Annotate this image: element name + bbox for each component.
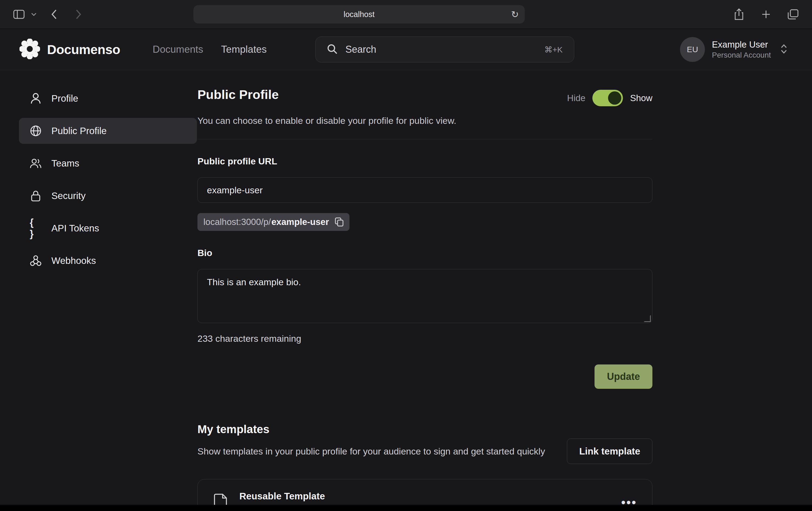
user-account-type: Personal Account xyxy=(712,51,771,59)
new-tab-icon[interactable] xyxy=(758,6,774,23)
nav-templates[interactable]: Templates xyxy=(221,44,267,55)
bio-field-label: Bio xyxy=(198,248,652,258)
browser-toolbar: localhost ↻ xyxy=(0,0,812,29)
bio-textarea[interactable]: This is an example bio. xyxy=(198,269,652,323)
sidebar-item-profile[interactable]: Profile xyxy=(19,85,197,111)
sidebar-item-label: Profile xyxy=(51,93,78,104)
url-preview-slug: example-user xyxy=(271,217,329,227)
sidebar-item-public-profile[interactable]: Public Profile xyxy=(19,118,197,144)
sidebar-item-label: Teams xyxy=(51,158,79,169)
toggle-show-label: Show xyxy=(630,93,652,103)
search-input[interactable]: Search ⌘+K xyxy=(315,36,574,62)
user-menu[interactable]: EU Example User Personal Account xyxy=(680,37,788,62)
sidebar-item-webhooks[interactable]: Webhooks xyxy=(19,248,197,274)
settings-sidebar: Profile Public Profile Teams xyxy=(0,70,198,505)
back-button-icon[interactable] xyxy=(46,6,62,23)
search-icon xyxy=(327,44,337,55)
sidebar-item-security[interactable]: Security xyxy=(19,183,197,209)
main-nav: Documents Templates xyxy=(152,44,267,55)
brand-name: Documenso xyxy=(47,42,120,57)
templates-description: Show templates in your public profile fo… xyxy=(198,445,549,458)
page-description: You can choose to enable or disable your… xyxy=(198,116,652,126)
sidebar-toggle-icon[interactable] xyxy=(11,6,27,23)
main-content: Public Profile Hide Show You can choose … xyxy=(198,70,652,505)
sidebar-item-label: Public Profile xyxy=(51,125,107,136)
search-placeholder: Search xyxy=(345,44,376,55)
public-profile-url-input[interactable] xyxy=(198,177,652,203)
documenso-logo-icon xyxy=(20,39,40,60)
app-header: Documenso Documents Templates Search ⌘+K… xyxy=(0,29,812,70)
search-shortcut: ⌘+K xyxy=(544,45,562,54)
copy-icon[interactable] xyxy=(335,217,344,227)
user-icon xyxy=(30,93,42,104)
users-icon xyxy=(30,158,42,169)
templates-title: My templates xyxy=(198,423,549,436)
toggle-knob xyxy=(608,91,621,104)
url-preview-prefix: localhost:3000/p/ xyxy=(203,217,271,227)
tab-overview-icon[interactable] xyxy=(785,6,801,23)
address-bar-url: localhost xyxy=(344,10,374,19)
sidebar-item-teams[interactable]: Teams xyxy=(19,150,197,176)
template-name: Reusable Template xyxy=(239,491,452,502)
url-field-label: Public profile URL xyxy=(198,156,652,167)
divider xyxy=(198,139,652,139)
sidebar-item-api-tokens[interactable]: { } API Tokens xyxy=(19,215,197,241)
reload-icon[interactable]: ↻ xyxy=(511,10,519,19)
share-icon[interactable] xyxy=(731,6,747,23)
url-preview: localhost:3000/p/ example-user xyxy=(198,213,349,231)
user-name: Example User xyxy=(712,39,771,50)
chevron-up-down-icon xyxy=(780,43,788,55)
sidebar-item-label: Webhooks xyxy=(51,255,96,266)
nav-documents[interactable]: Documents xyxy=(152,44,203,55)
page-title: Public Profile xyxy=(198,87,279,102)
sidebar-item-label: API Tokens xyxy=(51,223,99,234)
sidebar-item-label: Security xyxy=(51,190,85,201)
window-bottom-edge xyxy=(0,505,812,511)
link-template-button[interactable]: Link template xyxy=(567,439,652,464)
avatar: EU xyxy=(680,37,705,62)
brand[interactable]: Documenso xyxy=(20,39,120,60)
webhook-icon xyxy=(30,255,42,266)
globe-icon xyxy=(30,125,42,137)
chevron-down-icon[interactable] xyxy=(30,6,38,23)
update-button[interactable]: Update xyxy=(594,364,652,389)
toggle-hide-label: Hide xyxy=(567,93,586,103)
characters-remaining: 233 characters remaining xyxy=(198,333,652,344)
address-bar[interactable]: localhost ↻ xyxy=(194,5,525,24)
braces-icon: { } xyxy=(30,217,42,240)
profile-visibility-toggle[interactable] xyxy=(592,90,623,106)
forward-button-icon[interactable] xyxy=(70,6,87,23)
lock-icon xyxy=(30,190,42,202)
